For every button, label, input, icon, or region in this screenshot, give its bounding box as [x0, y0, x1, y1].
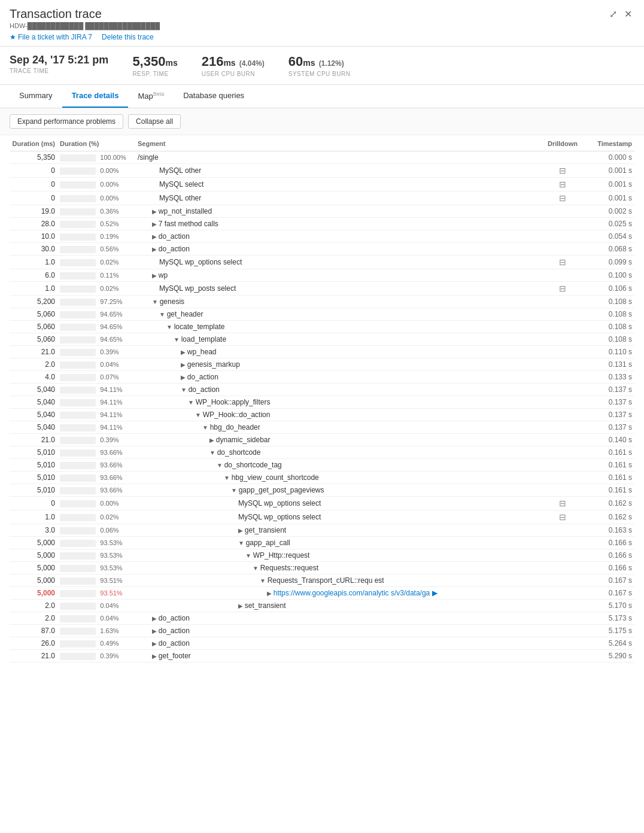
cell-segment[interactable]: ▼ WP_Hook::do_action: [135, 409, 539, 421]
database-icon[interactable]: ⊟: [559, 284, 566, 293]
cell-segment[interactable]: ▼ WP_Hook::apply_filters: [135, 396, 539, 409]
cell-segment[interactable]: ▼ locate_template: [135, 321, 539, 333]
chevron-icon[interactable]: ▶: [181, 374, 187, 381]
chevron-icon[interactable]: ▶: [152, 272, 159, 279]
cell-segment[interactable]: ▼ WP_Http::request: [135, 549, 539, 562]
expand-icon[interactable]: ⤢: [607, 7, 619, 21]
chevron-icon[interactable]: ▶: [152, 615, 159, 622]
tab-summary[interactable]: Summary: [10, 85, 62, 108]
chevron-icon[interactable]: ▶: [267, 590, 274, 597]
chevron-icon[interactable]: ▼: [195, 412, 203, 418]
cell-segment[interactable]: ▼ gapp_api_call: [135, 537, 539, 549]
cell-segment[interactable]: ▼ do_shortcode: [135, 446, 539, 459]
cell-segment[interactable]: ▶ get_footer: [135, 650, 539, 662]
database-icon[interactable]: ⊟: [559, 512, 566, 522]
tab-trace-details[interactable]: Trace details: [62, 85, 129, 108]
database-icon[interactable]: ⊟: [559, 166, 566, 175]
chevron-icon[interactable]: ▼: [253, 565, 260, 571]
chevron-icon[interactable]: ▼: [217, 462, 224, 469]
cell-segment[interactable]: ▶ set_transient: [135, 600, 539, 612]
chevron-icon[interactable]: ▶: [152, 640, 159, 647]
cell-segment[interactable]: ▼ load_template: [135, 333, 539, 346]
cell-segment[interactable]: ▶ 7 fast method calls: [135, 218, 539, 230]
cell-segment[interactable]: ▼ hbg_view_count_shortcode: [135, 472, 539, 484]
delete-link[interactable]: Delete this trace: [102, 33, 154, 41]
chevron-icon[interactable]: ▼: [245, 552, 253, 559]
cell-segment[interactable]: ▶ wp_head: [135, 346, 539, 358]
cell-segment[interactable]: ▼ gapp_get_post_pageviews: [135, 484, 539, 497]
cell-timestamp: 5.170 s: [587, 600, 634, 612]
chevron-icon[interactable]: ▶: [181, 349, 187, 355]
expand-performance-btn[interactable]: Expand performance problems: [10, 114, 123, 129]
cell-drilldown[interactable]: ⊟: [539, 178, 587, 191]
chevron-icon[interactable]: ▶: [152, 628, 159, 634]
close-icon[interactable]: ✕: [622, 7, 634, 21]
chevron-icon[interactable]: ▶: [181, 361, 187, 368]
database-icon[interactable]: ⊟: [559, 498, 566, 508]
chevron-icon[interactable]: ▶: [152, 653, 159, 659]
chevron-icon[interactable]: ▼: [174, 336, 181, 343]
cell-duration-pct: 97.25%: [100, 298, 122, 305]
chevron-icon[interactable]: ▶: [238, 603, 245, 609]
cell-drilldown[interactable]: ⊟: [539, 497, 587, 510]
sys-cpu-value: 60ms (1.12%): [288, 54, 351, 69]
cell-segment[interactable]: ▶ do_action: [135, 371, 539, 384]
chevron-icon[interactable]: ▼: [202, 424, 210, 431]
table-row: 2.0 0.04% ▶ genesis_markup0.131 s: [10, 358, 634, 371]
chevron-icon[interactable]: ▼: [231, 487, 239, 494]
cell-drilldown[interactable]: ⊟: [539, 256, 587, 269]
chevron-icon[interactable]: ▼: [152, 299, 160, 305]
cell-segment[interactable]: ▼ get_header: [135, 308, 539, 321]
cell-segment[interactable]: ▼ do_shortcode_tag: [135, 459, 539, 472]
cell-segment[interactable]: ▶ genesis_markup: [135, 358, 539, 371]
cell-drilldown[interactable]: ⊟: [539, 282, 587, 296]
cell-drilldown[interactable]: ⊟: [539, 191, 587, 205]
cell-timestamp: 0.054 s: [587, 230, 634, 243]
database-icon[interactable]: ⊟: [559, 180, 566, 189]
cell-segment[interactable]: ▼ hbg_do_header: [135, 421, 539, 434]
chevron-icon[interactable]: ▼: [224, 475, 232, 481]
user-cpu-value: 216ms (4.04%): [202, 54, 265, 69]
cell-segment[interactable]: ▼ Requests::request: [135, 562, 539, 574]
chevron-icon[interactable]: ▼: [159, 311, 167, 318]
cell-segment[interactable]: ▼ do_action: [135, 384, 539, 396]
segment-label: MySQL wp_options select: [238, 499, 321, 507]
chevron-icon[interactable]: ▶: [152, 246, 159, 253]
chevron-icon[interactable]: ▼: [209, 449, 217, 456]
cell-timestamp: 0.001 s: [587, 191, 634, 205]
cell-segment[interactable]: ▶ wp: [135, 269, 539, 282]
chevron-icon[interactable]: ▼: [188, 399, 196, 406]
cell-segment[interactable]: ▶ do_action: [135, 230, 539, 243]
tab-database-queries[interactable]: Database queries: [174, 85, 254, 108]
cell-segment[interactable]: ▶ dynamic_sidebar: [135, 434, 539, 446]
chevron-icon[interactable]: ▼: [238, 540, 246, 546]
cell-duration-pct: 0.00%: [100, 500, 119, 507]
cell-segment[interactable]: ▼ Requests_Transport_cURL::requ est: [135, 574, 539, 587]
chevron-icon[interactable]: ▶: [152, 233, 159, 240]
database-icon[interactable]: ⊟: [559, 257, 566, 267]
cell-segment[interactable]: ▶ https://www.googleapis.com/analytic s/…: [135, 587, 539, 600]
cell-segment[interactable]: ▶ get_transient: [135, 524, 539, 537]
chevron-icon[interactable]: ▶: [152, 208, 159, 215]
cell-drilldown[interactable]: ⊟: [539, 164, 587, 178]
chevron-icon[interactable]: ▶: [152, 221, 159, 227]
cell-segment[interactable]: ▶ do_action: [135, 637, 539, 650]
chevron-icon[interactable]: ▼: [181, 387, 189, 393]
segment-label: get_header: [167, 310, 203, 318]
cell-segment[interactable]: ▶ do_action: [135, 625, 539, 637]
chevron-icon[interactable]: ▶: [209, 437, 216, 443]
chevron-icon[interactable]: ▼: [260, 577, 268, 584]
tab-map[interactable]: MapBeta: [128, 85, 174, 108]
chevron-icon[interactable]: ▼: [166, 324, 174, 330]
database-icon[interactable]: ⊟: [559, 193, 566, 203]
collapse-all-btn[interactable]: Collapse all: [128, 114, 181, 129]
cell-drilldown[interactable]: ⊟: [539, 510, 587, 524]
jira-link[interactable]: ★ File a ticket with JIRA 7: [10, 33, 92, 41]
cell-segment[interactable]: ▶ do_action: [135, 243, 539, 256]
cell-segment[interactable]: ▶ wp_not_installed: [135, 205, 539, 218]
cell-segment[interactable]: ▼ genesis: [135, 296, 539, 308]
chevron-icon[interactable]: ▶: [238, 527, 245, 534]
cell-duration-bar: 0.49%: [57, 637, 135, 650]
cell-segment[interactable]: ▶ do_action: [135, 612, 539, 625]
cell-duration-pct: 93.53%: [100, 564, 122, 571]
